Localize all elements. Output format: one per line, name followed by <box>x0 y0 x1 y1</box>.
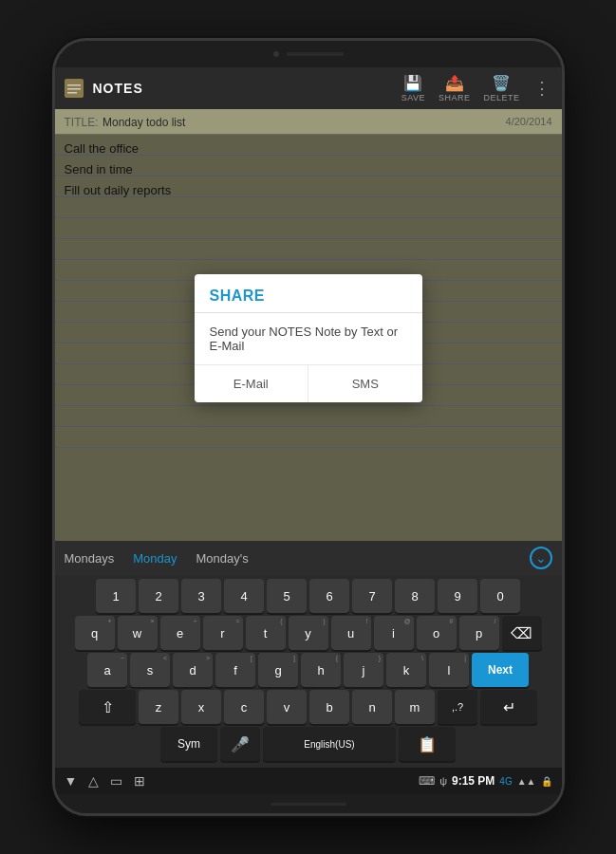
share-button[interactable]: 📤 SHARE <box>435 72 475 104</box>
key-n[interactable]: n <box>352 690 392 724</box>
mic-key[interactable]: 🎤 <box>220 727 260 761</box>
note-lines-container: Call the office Send in time Fill out da… <box>55 135 562 541</box>
key-5[interactable]: 5 <box>267 579 307 613</box>
note-header: TITLE: Monday todo list 4/20/2014 <box>55 109 562 135</box>
back-button[interactable]: ▼ <box>65 773 78 789</box>
note-area[interactable]: TITLE: Monday todo list 4/20/2014 <box>55 109 562 541</box>
app-bar-title: NOTES <box>93 81 398 96</box>
note-title-container: TITLE: Monday todo list <box>65 113 186 130</box>
autocorrect-word-2[interactable]: Monday's <box>196 551 249 566</box>
usb-icon: ψ <box>439 775 447 787</box>
keyboard-row-z: ⇧ z x c v b n m ,.? ↵ <box>57 690 560 724</box>
key-r[interactable]: =r <box>203 616 243 650</box>
camera-dot <box>273 51 279 57</box>
screenshot-button[interactable]: ⊞ <box>134 773 145 789</box>
wifi-icon: ▲▲ <box>517 776 536 787</box>
key-4[interactable]: 4 <box>224 579 264 613</box>
delete-button[interactable]: 🗑️ DELETE <box>479 72 523 104</box>
share-dialog: SHARE Send your NOTES Note by Text or E-… <box>195 274 422 402</box>
key-z[interactable]: z <box>139 690 178 724</box>
sym-key[interactable]: Sym <box>160 727 217 761</box>
key-m[interactable]: m <box>395 690 435 724</box>
enter-key[interactable]: ↵ <box>480 690 537 724</box>
key-b[interactable]: b <box>309 690 349 724</box>
key-t[interactable]: (t <box>246 616 286 650</box>
autocorrect-word-1[interactable]: Monday <box>133 551 177 566</box>
key-i[interactable]: @i <box>374 616 414 650</box>
recents-button[interactable]: ▭ <box>110 773 122 789</box>
key-f[interactable]: [f <box>215 653 255 687</box>
key-k[interactable]: \k <box>386 653 426 687</box>
sms-button[interactable]: SMS <box>308 365 422 402</box>
autocorrect-bar: Mondays Monday Monday's ⌄ <box>55 541 562 575</box>
key-g[interactable]: ]g <box>258 653 298 687</box>
key-6[interactable]: 6 <box>309 579 349 613</box>
key-8[interactable]: 8 <box>395 579 435 613</box>
email-button[interactable]: E-Mail <box>195 365 309 402</box>
key-p[interactable]: /p <box>459 616 499 650</box>
note-title-value: Monday todo list <box>103 116 185 129</box>
keyboard-icon: ⌨ <box>419 774 435 788</box>
dialog-buttons: E-Mail SMS <box>195 364 422 402</box>
svg-rect-3 <box>67 92 77 94</box>
share-icon: 📤 <box>445 74 464 92</box>
key-y[interactable]: )y <box>289 616 328 650</box>
key-7[interactable]: 7 <box>352 579 392 613</box>
key-l[interactable]: |l <box>429 653 469 687</box>
notes-app-icon <box>63 77 85 100</box>
key-w[interactable]: ×w <box>118 616 158 650</box>
svg-rect-2 <box>67 88 81 90</box>
autocorrect-expand-button[interactable]: ⌄ <box>530 547 552 569</box>
shift-key[interactable]: ⇧ <box>79 690 136 724</box>
key-v[interactable]: v <box>267 690 307 724</box>
speaker-bottom <box>271 803 346 806</box>
note-title-label: TITLE: <box>65 116 99 129</box>
backspace-key[interactable]: ⌫ <box>502 616 542 650</box>
save-button[interactable]: 💾 SAVE <box>398 72 429 104</box>
key-1[interactable]: 1 <box>96 579 136 613</box>
svg-rect-1 <box>67 84 81 86</box>
autocorrect-suggestions: Mondays Monday Monday's <box>65 551 249 566</box>
volume-button <box>52 231 54 259</box>
key-u[interactable]: !u <box>331 616 371 650</box>
key-d[interactable]: >d <box>173 653 213 687</box>
device-top-bar <box>55 41 562 67</box>
key-x[interactable]: x <box>181 690 221 724</box>
dialog-title: SHARE <box>195 274 422 313</box>
keyboard-row-a: ~a <s >d [f ]g {h }j \k |l Next <box>57 653 560 687</box>
share-label: SHARE <box>439 93 471 102</box>
power-button <box>563 325 565 344</box>
key-q[interactable]: +q <box>75 616 115 650</box>
key-s[interactable]: <s <box>130 653 170 687</box>
keyboard-row-bottom: Sym 🎤 English(US) 📋 <box>57 727 560 761</box>
next-key[interactable]: Next <box>472 653 529 687</box>
key-c[interactable]: c <box>224 690 264 724</box>
nav-buttons: ▼ △ ▭ ⊞ <box>65 773 146 789</box>
home-button[interactable]: △ <box>88 773 99 789</box>
save-label: SAVE <box>401 93 425 102</box>
app-bar-actions: 💾 SAVE 📤 SHARE 🗑️ DELETE ⋮ <box>398 72 554 104</box>
key-0[interactable]: 0 <box>480 579 520 613</box>
overflow-menu-button[interactable]: ⋮ <box>530 78 554 99</box>
key-9[interactable]: 9 <box>438 579 477 613</box>
keyboard: 1 2 3 4 5 6 7 8 9 0 +q ×w ÷e =r (t )y !u… <box>55 575 562 768</box>
device-bottom <box>55 794 562 813</box>
keyboard-row-numbers: 1 2 3 4 5 6 7 8 9 0 <box>57 579 560 613</box>
keyboard-row-q: +q ×w ÷e =r (t )y !u @i #o /p ⌫ <box>57 616 560 650</box>
key-a[interactable]: ~a <box>87 653 127 687</box>
autocorrect-word-0[interactable]: Mondays <box>65 551 115 566</box>
clipboard-key[interactable]: 📋 <box>399 727 456 761</box>
key-period[interactable]: ,.? <box>438 690 477 724</box>
save-icon: 💾 <box>403 74 422 92</box>
key-j[interactable]: }j <box>344 653 383 687</box>
key-3[interactable]: 3 <box>181 579 221 613</box>
key-2[interactable]: 2 <box>139 579 178 613</box>
key-h[interactable]: {h <box>301 653 341 687</box>
dialog-overlay: SHARE Send your NOTES Note by Text or E-… <box>55 135 562 541</box>
status-bar: ▼ △ ▭ ⊞ ⌨ ψ 9:15 PM 4G ▲▲ 🔒 <box>55 768 562 794</box>
key-o[interactable]: #o <box>417 616 457 650</box>
delete-icon: 🗑️ <box>492 74 511 92</box>
spacebar-key[interactable]: English(US) <box>263 727 396 761</box>
status-time: 9:15 PM <box>452 774 495 788</box>
key-e[interactable]: ÷e <box>160 616 200 650</box>
